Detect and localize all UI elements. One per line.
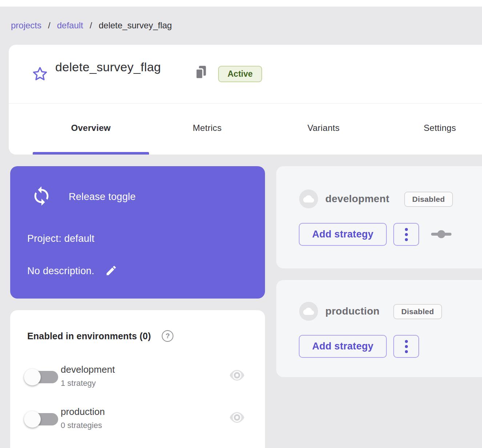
breadcrumb: projects / default / delete_survey_flag bbox=[11, 20, 172, 31]
tab-settings[interactable]: Settings bbox=[382, 104, 482, 152]
flag-type-label: Release toggle bbox=[69, 191, 136, 203]
environment-status-badge: Disabled bbox=[393, 304, 442, 319]
tab-variants[interactable]: Variants bbox=[265, 104, 382, 152]
tab-bar: Overview Metrics Variants Settings bbox=[9, 104, 482, 155]
top-strip bbox=[0, 0, 482, 7]
edit-description-pencil-icon[interactable] bbox=[105, 264, 118, 277]
project-label: Project: default bbox=[27, 233, 95, 244]
page-title: delete_survey_flag bbox=[55, 60, 161, 74]
description-label: No description. bbox=[27, 265, 95, 277]
environment-row-production: production 0 strategies bbox=[10, 406, 265, 435]
flag-header-card: delete_survey_flag Active Overview Metri… bbox=[9, 45, 482, 155]
status-badge: Active bbox=[218, 66, 262, 82]
eye-icon[interactable] bbox=[228, 411, 246, 425]
environment-card-title: development bbox=[325, 193, 389, 205]
environment-card-production: production Disabled Add strategy bbox=[276, 280, 482, 377]
breadcrumb-default-link[interactable]: default bbox=[57, 20, 83, 31]
add-strategy-button[interactable]: Add strategy bbox=[299, 335, 387, 358]
enabled-environments-title: Enabled in environments (0) bbox=[27, 331, 151, 341]
kebab-menu-icon[interactable] bbox=[393, 223, 419, 246]
environment-card-title: production bbox=[325, 305, 379, 317]
environment-strategy-count: 0 strategies bbox=[61, 421, 102, 430]
release-toggle-card: Release toggle Project: default No descr… bbox=[10, 166, 265, 299]
add-strategy-button[interactable]: Add strategy bbox=[299, 223, 387, 246]
toggle-production[interactable] bbox=[24, 408, 65, 430]
environment-name: development bbox=[61, 364, 115, 375]
environment-status-badge: Disabled bbox=[404, 192, 453, 207]
enabled-environments-card: Enabled in environments (0) ? developmen… bbox=[10, 310, 265, 448]
favorite-star-icon[interactable] bbox=[31, 65, 49, 83]
cloud-icon bbox=[299, 302, 318, 321]
environment-strategy-count: 1 strategy bbox=[61, 379, 96, 388]
active-tab-indicator bbox=[33, 152, 149, 155]
copy-name-icon[interactable] bbox=[195, 66, 207, 79]
slider-icon bbox=[431, 230, 451, 240]
breadcrumb-separator: / bbox=[48, 20, 51, 31]
environment-row-development: development 1 strategy bbox=[10, 364, 265, 393]
toggle-development[interactable] bbox=[24, 366, 65, 388]
cloud-icon bbox=[299, 189, 318, 208]
feature-flag-page: projects / default / delete_survey_flag … bbox=[0, 0, 482, 448]
breadcrumb-projects-link[interactable]: projects bbox=[11, 20, 41, 31]
kebab-menu-icon[interactable] bbox=[393, 335, 419, 358]
question-mark-icon[interactable]: ? bbox=[162, 330, 173, 342]
environment-card-development: development Disabled Add strategy bbox=[276, 166, 482, 268]
tab-overview[interactable]: Overview bbox=[33, 104, 149, 152]
eye-icon[interactable] bbox=[228, 368, 246, 383]
tab-metrics[interactable]: Metrics bbox=[149, 104, 265, 152]
breadcrumb-current: delete_survey_flag bbox=[99, 20, 172, 31]
sync-loop-icon bbox=[31, 185, 52, 208]
environment-name: production bbox=[61, 406, 105, 417]
breadcrumb-separator: / bbox=[90, 20, 92, 31]
